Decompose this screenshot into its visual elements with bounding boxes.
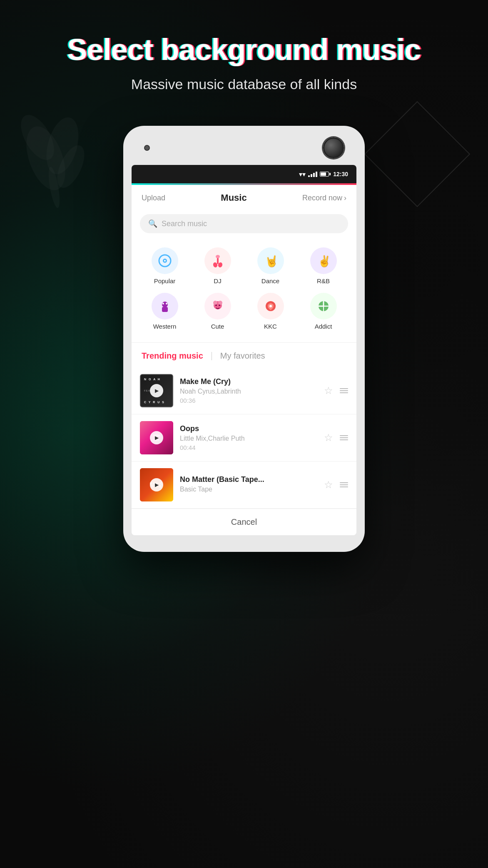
track-thumbnail: BASICTAPE ▶ xyxy=(140,468,173,501)
track-duration: 00:44 xyxy=(180,444,317,451)
track-actions: ☆ xyxy=(324,432,348,444)
western-label: Western xyxy=(153,323,177,330)
phone-top-bar xyxy=(132,134,356,165)
dj-label: DJ xyxy=(214,277,221,284)
track-artist: Little Mix,Charlie Puth xyxy=(180,435,317,442)
track-artist: Noah Cyrus,Labrinth xyxy=(180,388,317,395)
phone-wrapper: ▾▾ 12:30 xyxy=(123,126,365,552)
status-icons: ▾▾ 12:30 xyxy=(299,170,348,178)
record-now-button[interactable]: Record now › xyxy=(302,194,346,202)
genre-kkc[interactable]: KKC xyxy=(244,289,297,334)
dance-icon: 🤘 xyxy=(257,247,284,274)
page-subtitle: Massive music database of all kinds xyxy=(131,76,357,92)
track-thumbnail: littleMix ▶ xyxy=(140,421,173,454)
cancel-button[interactable]: Cancel xyxy=(231,517,257,526)
tab-favorites[interactable]: My favorites xyxy=(220,351,265,361)
tab-divider xyxy=(212,352,212,360)
svg-rect-15 xyxy=(162,307,168,312)
app-title: Music xyxy=(221,192,246,203)
track-title: No Matter (Basic Tape... xyxy=(180,475,317,484)
svg-point-24 xyxy=(269,305,272,307)
page-title: Select background music xyxy=(42,33,446,66)
favorite-button[interactable]: ☆ xyxy=(324,432,333,444)
cute-label: Cute xyxy=(211,323,224,330)
genre-grid: Popular DJ xyxy=(132,240,356,341)
play-button[interactable]: ▶ xyxy=(150,431,163,444)
svg-point-19 xyxy=(213,301,217,305)
status-bar: ▾▾ 12:30 xyxy=(132,165,356,183)
battery-icon xyxy=(320,172,329,177)
svg-point-14 xyxy=(162,302,168,307)
search-bar[interactable]: 🔍 Search music xyxy=(140,214,348,233)
track-artist: Basic Tape xyxy=(180,486,317,493)
section-divider xyxy=(132,342,356,343)
favorite-button[interactable]: ☆ xyxy=(324,479,333,491)
svg-point-21 xyxy=(215,304,217,306)
cancel-bar: Cancel xyxy=(132,509,356,535)
genre-dance[interactable]: 🤘 Dance xyxy=(244,243,297,289)
track-item[interactable]: BASICTAPE ▶ No Matter (Basic Tape... Bas… xyxy=(132,461,356,509)
tabs-row: Trending music My favorites xyxy=(132,344,356,367)
genre-addict[interactable]: Addict xyxy=(297,289,350,334)
menu-button[interactable] xyxy=(340,435,348,440)
kkc-icon xyxy=(257,293,284,319)
rnb-label: R&B xyxy=(317,277,330,284)
track-duration: 00:36 xyxy=(180,397,317,404)
signal-bars xyxy=(308,171,317,177)
track-title: Make Me (Cry) xyxy=(180,377,317,386)
rnb-icon: ✌️ xyxy=(310,247,337,274)
dj-icon xyxy=(204,247,231,274)
track-list: N O A H FEAT. C Y R U S ▶ Make Me (Cry) … xyxy=(132,367,356,509)
svg-point-7 xyxy=(164,260,166,262)
phone-mockup: ▾▾ 12:30 xyxy=(123,126,365,552)
track-actions: ☆ xyxy=(324,479,348,491)
svg-point-22 xyxy=(219,304,220,306)
track-thumbnail: N O A H FEAT. C Y R U S ▶ xyxy=(140,374,173,407)
genre-popular[interactable]: Popular xyxy=(138,243,191,289)
track-info: Oops Little Mix,Charlie Puth 00:44 xyxy=(180,424,317,451)
page-content: Select background music Massive music da… xyxy=(0,0,488,552)
play-button[interactable]: ▶ xyxy=(150,384,163,397)
genre-rnb[interactable]: ✌️ R&B xyxy=(297,243,350,289)
track-item[interactable]: N O A H FEAT. C Y R U S ▶ Make Me (Cry) … xyxy=(132,367,356,414)
phone-screen: ▾▾ 12:30 xyxy=(132,165,356,535)
app-header: Upload Music Record now › xyxy=(132,185,356,211)
addict-icon xyxy=(310,293,337,319)
upload-button[interactable]: Upload xyxy=(142,194,165,202)
phone-bottom xyxy=(132,535,356,544)
track-item[interactable]: littleMix ▶ Oops Little Mix,Charlie Puth… xyxy=(132,414,356,461)
menu-button[interactable] xyxy=(340,482,348,487)
search-icon: 🔍 xyxy=(148,219,157,228)
front-camera xyxy=(144,145,150,151)
genre-dj[interactable]: DJ xyxy=(191,243,244,289)
popular-label: Popular xyxy=(154,277,176,284)
svg-point-17 xyxy=(166,303,167,304)
wifi-icon: ▾▾ xyxy=(299,170,306,178)
menu-button[interactable] xyxy=(340,388,348,393)
svg-point-20 xyxy=(218,301,222,305)
main-camera xyxy=(323,137,344,158)
track-title: Oops xyxy=(180,424,317,433)
svg-point-16 xyxy=(162,303,164,304)
dance-label: Dance xyxy=(261,277,279,284)
play-button[interactable]: ▶ xyxy=(150,478,163,491)
svg-point-11 xyxy=(216,255,220,258)
track-info: Make Me (Cry) Noah Cyrus,Labrinth 00:36 xyxy=(180,377,317,404)
tab-trending[interactable]: Trending music xyxy=(142,351,203,361)
kkc-label: KKC xyxy=(264,323,277,330)
cute-icon xyxy=(204,293,231,319)
svg-text:🤘: 🤘 xyxy=(265,254,278,268)
addict-label: Addict xyxy=(315,323,332,330)
western-icon xyxy=(152,293,178,319)
genre-western[interactable]: Western xyxy=(138,289,191,334)
status-time: 12:30 xyxy=(333,171,348,177)
genre-cute[interactable]: Cute xyxy=(191,289,244,334)
track-actions: ☆ xyxy=(324,385,348,397)
favorite-button[interactable]: ☆ xyxy=(324,385,333,397)
track-info: No Matter (Basic Tape... Basic Tape xyxy=(180,475,317,495)
popular-icon xyxy=(152,247,178,274)
svg-text:✌️: ✌️ xyxy=(318,254,331,268)
search-input[interactable]: Search music xyxy=(162,219,207,228)
